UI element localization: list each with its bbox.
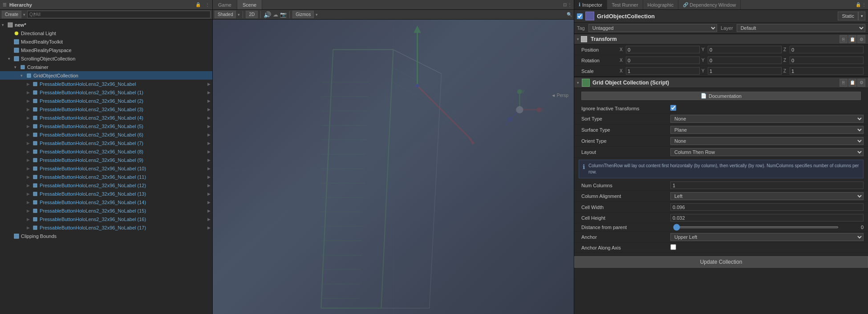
- tree-arrow-11[interactable]: ▶: [27, 116, 32, 120]
- tree-item-25[interactable]: Clipping Bounds: [0, 232, 212, 240]
- tree-arrow-21[interactable]: ▶: [27, 200, 32, 205]
- tree-arrow-7[interactable]: ▶: [27, 82, 32, 86]
- tree-arrow-10[interactable]: ▶: [27, 107, 32, 112]
- effects-icon[interactable]: ☁: [273, 12, 278, 18]
- camera-icon[interactable]: 📷: [280, 12, 287, 18]
- sort-type-select[interactable]: None: [670, 115, 864, 123]
- tab-game[interactable]: Game: [213, 0, 237, 9]
- static-button[interactable]: Static: [838, 12, 858, 20]
- tree-arrow-0[interactable]: ▾: [2, 23, 7, 27]
- orient-type-select[interactable]: None: [670, 137, 864, 145]
- tree-item-10[interactable]: ▶PressableButtonHoloLens2_32x96_NoLabel …: [0, 105, 212, 113]
- tree-arrow-23[interactable]: ▶: [27, 217, 32, 221]
- tab-test-runner[interactable]: Test Runner: [607, 0, 643, 9]
- tree-item-19[interactable]: ▶PressableButtonHoloLens2_32x96_NoLabel …: [0, 181, 212, 189]
- tree-item-14[interactable]: ▶PressableButtonHoloLens2_32x96_NoLabel …: [0, 139, 212, 147]
- tree-item-7[interactable]: ▶PressableButtonHoloLens2_32x96_NoLabel▶: [0, 80, 212, 88]
- tree-item-4[interactable]: ▾ScrollingObjectCollection: [0, 54, 212, 63]
- update-collection-button[interactable]: Update Collection: [574, 256, 868, 268]
- layer-select[interactable]: Default: [737, 24, 865, 32]
- 2d-button[interactable]: 2D: [246, 11, 258, 18]
- transform-settings-btn[interactable]: ⚙: [857, 35, 865, 43]
- gizmos-button[interactable]: Gizmos: [292, 11, 314, 18]
- inspector-menu-icon[interactable]: ⋮: [862, 2, 866, 7]
- search-input[interactable]: [27, 11, 211, 18]
- surface-type-select[interactable]: Plane: [670, 126, 864, 134]
- position-z-input[interactable]: [790, 46, 864, 53]
- tree-item-2[interactable]: MixedRealityToolkit: [0, 37, 212, 46]
- distance-from-parent-slider[interactable]: [673, 226, 839, 228]
- tree-arrow-24[interactable]: ▶: [27, 225, 32, 230]
- tree-arrow-15[interactable]: ▶: [27, 149, 32, 154]
- script-header[interactable]: ▾ Grid Object Collection (Script) ⎘ 📋 ⚙: [574, 76, 868, 88]
- shaded-button[interactable]: Shaded: [215, 11, 236, 18]
- tree-item-6[interactable]: ▾GridObjectCollection: [0, 71, 212, 80]
- tree-arrow-9[interactable]: ▶: [27, 99, 32, 103]
- rotation-z-input[interactable]: [790, 56, 864, 64]
- transform-header[interactable]: ▾ Transform ⎘ 📋 ⚙: [574, 34, 868, 44]
- tree-item-13[interactable]: ▶PressableButtonHoloLens2_32x96_NoLabel …: [0, 130, 212, 139]
- inspector-lock-icon[interactable]: 🔒: [856, 2, 861, 7]
- tree-arrow-17[interactable]: ▶: [27, 166, 32, 171]
- tree-item-12[interactable]: ▶PressableButtonHoloLens2_32x96_NoLabel …: [0, 122, 212, 130]
- tree-item-15[interactable]: ▶PressableButtonHoloLens2_32x96_NoLabel …: [0, 147, 212, 156]
- tree-arrow-18[interactable]: ▶: [27, 175, 32, 179]
- column-alignment-select[interactable]: Left: [670, 192, 864, 200]
- tree-item-5[interactable]: ▾Container: [0, 63, 212, 71]
- tree-arrow-6[interactable]: ▾: [20, 73, 26, 78]
- tree-item-11[interactable]: ▶PressableButtonHoloLens2_32x96_NoLabel …: [0, 113, 212, 122]
- tab-dependency-window[interactable]: 🔗 Dependency Window: [678, 0, 741, 9]
- position-x-input[interactable]: [626, 46, 700, 53]
- tree-item-3[interactable]: MixedRealityPlayspace: [0, 46, 212, 54]
- transform-copy-btn[interactable]: ⎘: [840, 35, 848, 43]
- tree-arrow-13[interactable]: ▶: [27, 133, 32, 137]
- create-button[interactable]: Create: [2, 11, 21, 18]
- tree-item-8[interactable]: ▶PressableButtonHoloLens2_32x96_NoLabel …: [0, 88, 212, 97]
- num-columns-input[interactable]: [670, 181, 864, 189]
- tab-inspector[interactable]: ℹ Inspector: [574, 0, 607, 9]
- tree-arrow-5[interactable]: ▾: [14, 65, 20, 69]
- anchor-along-axis-checkbox[interactable]: [670, 244, 676, 250]
- script-settings-btn[interactable]: ⚙: [857, 79, 865, 87]
- scale-z-input[interactable]: [790, 67, 864, 75]
- create-dropdown-arrow[interactable]: ▾: [23, 12, 25, 17]
- tree-item-21[interactable]: ▶PressableButtonHoloLens2_32x96_NoLabel …: [0, 198, 212, 206]
- object-active-checkbox[interactable]: [577, 13, 583, 19]
- rotation-x-input[interactable]: [626, 56, 700, 64]
- anchor-select[interactable]: Upper Left: [670, 233, 864, 241]
- static-dropdown-arrow[interactable]: ▾: [858, 12, 865, 20]
- script-paste-btn[interactable]: 📋: [848, 79, 856, 87]
- tree-item-22[interactable]: ▶PressableButtonHoloLens2_32x96_NoLabel …: [0, 206, 212, 215]
- cell-height-input[interactable]: [670, 214, 864, 221]
- documentation-button[interactable]: 📄 Documentation: [581, 92, 861, 100]
- rotation-y-input[interactable]: [708, 56, 782, 64]
- tree-arrow-14[interactable]: ▶: [27, 141, 32, 145]
- audio-icon[interactable]: 🔊: [264, 11, 271, 18]
- layout-select[interactable]: Column Then Row: [670, 148, 864, 156]
- tag-select[interactable]: Untagged: [588, 24, 717, 32]
- tree-item-17[interactable]: ▶PressableButtonHoloLens2_32x96_NoLabel …: [0, 164, 212, 173]
- scale-x-input[interactable]: [626, 67, 700, 75]
- cell-width-input[interactable]: [670, 203, 864, 211]
- gizmos-dropdown-icon[interactable]: ▾: [316, 12, 318, 17]
- tree-item-0[interactable]: ▾new*: [0, 20, 212, 29]
- tree-item-1[interactable]: Directional Light: [0, 29, 212, 37]
- tree-arrow-19[interactable]: ▶: [27, 183, 32, 188]
- tree-item-9[interactable]: ▶PressableButtonHoloLens2_32x96_NoLabel …: [0, 97, 212, 105]
- tree-arrow-12[interactable]: ▶: [27, 124, 32, 129]
- transform-paste-btn[interactable]: 📋: [848, 35, 856, 43]
- position-y-input[interactable]: [708, 46, 782, 53]
- tab-scene[interactable]: Scene: [237, 0, 262, 9]
- tree-item-23[interactable]: ▶PressableButtonHoloLens2_32x96_NoLabel …: [0, 215, 212, 223]
- tree-item-18[interactable]: ▶PressableButtonHoloLens2_32x96_NoLabel …: [0, 173, 212, 181]
- script-copy-btn[interactable]: ⎘: [840, 79, 848, 87]
- tree-arrow-8[interactable]: ▶: [27, 90, 32, 95]
- tree-item-24[interactable]: ▶PressableButtonHoloLens2_32x96_NoLabel …: [0, 223, 212, 232]
- scene-viewport[interactable]: Y X Z ◄ Persp: [213, 20, 574, 314]
- scene-search-icon[interactable]: 🔍: [567, 12, 572, 17]
- scale-y-input[interactable]: [708, 67, 782, 75]
- tree-arrow-4[interactable]: ▾: [8, 56, 13, 61]
- tree-arrow-16[interactable]: ▶: [27, 158, 32, 162]
- ignore-inactive-checkbox[interactable]: [670, 105, 676, 111]
- shaded-dropdown-icon[interactable]: ▾: [238, 12, 240, 17]
